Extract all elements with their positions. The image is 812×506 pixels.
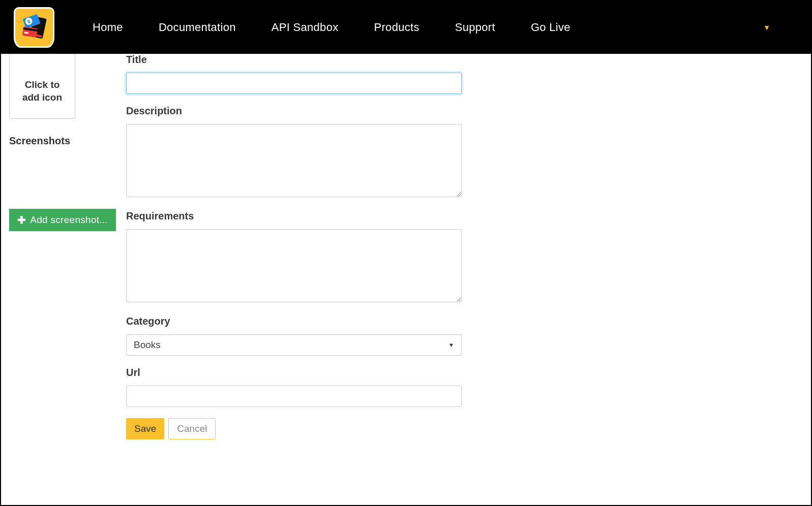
nav-link-documentation[interactable]: Documentation <box>159 21 236 34</box>
add-screenshot-button[interactable]: ✚ Add screenshot... <box>9 209 116 231</box>
url-input[interactable] <box>126 386 462 407</box>
requirements-textarea[interactable] <box>126 229 462 302</box>
nav-link-api-sandbox[interactable]: API Sandbox <box>272 21 339 34</box>
nav-link-products[interactable]: Products <box>374 21 419 34</box>
screenshots-heading: Screenshots <box>9 135 126 147</box>
icon-upload-label: Click to add icon <box>17 78 68 104</box>
description-label: Description <box>126 105 472 117</box>
category-select[interactable]: Books <box>126 334 462 356</box>
save-button[interactable]: Save <box>126 418 164 439</box>
description-textarea[interactable] <box>126 124 462 197</box>
main-nav: Home Documentation API Sandbox Products … <box>93 21 570 34</box>
requirements-label: Requirements <box>126 210 472 222</box>
title-label: Title <box>126 54 472 66</box>
brand-logo[interactable]: $ <box>14 7 54 48</box>
icon-upload-dropzone[interactable]: Click to add icon <box>9 54 75 119</box>
user-menu-dropdown[interactable]: ▼ <box>763 23 770 31</box>
top-nav-bar: $ Home Documentation API Sandbox Product… <box>1 1 811 54</box>
plus-icon: ✚ <box>17 214 26 226</box>
url-label: Url <box>126 367 472 378</box>
nav-link-home[interactable]: Home <box>93 21 123 34</box>
nav-link-support[interactable]: Support <box>455 21 495 34</box>
category-label: Category <box>126 315 472 327</box>
payment-logo-icon: $ <box>19 12 49 43</box>
nav-link-go-live[interactable]: Go Live <box>531 21 570 34</box>
add-screenshot-label: Add screenshot... <box>30 214 108 226</box>
category-selected-value: Books <box>134 339 161 351</box>
title-input[interactable] <box>126 73 462 94</box>
cancel-button[interactable]: Cancel <box>168 418 216 439</box>
